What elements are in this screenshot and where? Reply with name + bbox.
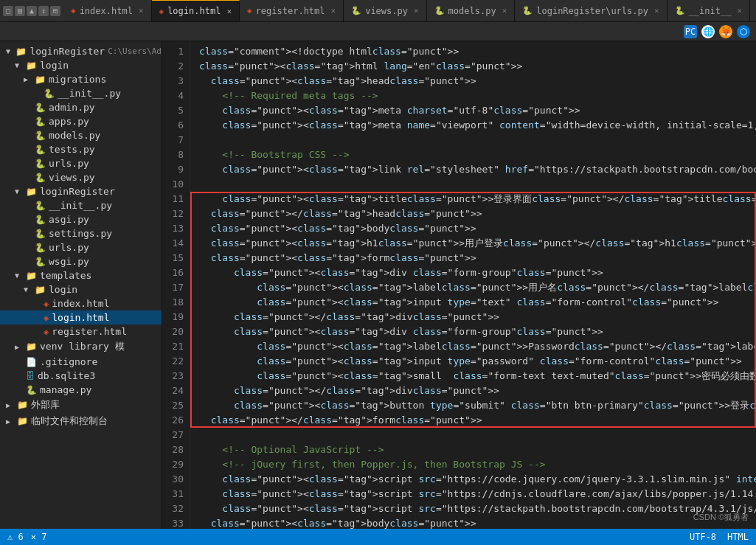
win-btn-4[interactable]: ↕: [38, 6, 49, 16]
file-icon-init-py: 🐍: [44, 88, 55, 99]
win-btn-5[interactable]: ⊞: [50, 6, 60, 16]
file-icon-urls2-py: 🐍: [35, 243, 46, 253]
sidebar-item-urls-py[interactable]: 🐍urls.py: [0, 156, 162, 170]
tab-close-views[interactable]: ×: [414, 6, 419, 15]
tab-icon-login: ◈: [159, 7, 164, 16]
tab-close-index[interactable]: ×: [139, 6, 144, 15]
line-num-23: 23: [162, 369, 184, 383]
root-folder-icon: 📁: [15, 46, 27, 57]
chrome-icon[interactable]: 🌐: [701, 25, 715, 38]
sidebar-item-urls2-py[interactable]: 🐍urls.py: [0, 240, 162, 254]
pc-icon[interactable]: PC: [684, 25, 697, 38]
sidebar-item-asgi-py[interactable]: 🐍asgi.py: [0, 212, 162, 226]
win-btn-2[interactable]: ▤: [15, 6, 25, 16]
sidebar-item-settings-py[interactable]: 🐍settings.py: [0, 226, 162, 240]
sidebar-label-init2-py: __init__.py: [49, 200, 112, 211]
sidebar-item-db-sqlite[interactable]: 🗄db.sqlite3: [0, 369, 162, 383]
sidebar-item-views-py[interactable]: 🐍views.py: [0, 170, 162, 184]
sidebar-item-venv-folder[interactable]: ▶📁venv library 模: [0, 339, 162, 355]
code-line-17: class="punct"><class="tag">labelclass="p…: [190, 280, 756, 295]
encoding-label: UTF-8: [690, 532, 716, 542]
sidebar-label-templates-folder: templates: [40, 270, 91, 281]
sidebar-label-gitignore: .gitignore: [40, 356, 97, 367]
sidebar-item-gitignore[interactable]: 📄.gitignore: [0, 355, 162, 369]
sidebar-item-linshi[interactable]: ▶📁临时文件和控制台: [0, 413, 162, 429]
line-num-6: 6: [162, 118, 184, 133]
sidebar-item-migrations-folder[interactable]: ▶📁migrations: [0, 72, 162, 86]
sidebar-item-register-html[interactable]: ◈register.html: [0, 324, 162, 339]
sidebar-item-admin-py[interactable]: 🐍admin.py: [0, 100, 162, 114]
sidebar-item-loginRegister-folder[interactable]: ▼📁loginRegister: [0, 184, 162, 198]
line-num-5: 5: [162, 103, 184, 118]
root-arrow: ▼: [6, 47, 13, 55]
sidebar-label-login-html: login.html: [52, 312, 109, 323]
sidebar-item-waibujian[interactable]: ▶📁外部库: [0, 397, 162, 413]
code-line-32: class="punct"><class="tag">script src="h…: [190, 501, 756, 516]
code-line-3: class="punct"><class="tag">headclass="pu…: [190, 74, 756, 88]
window-controls: □ ▤ ▲ ↕ ⊞: [0, 6, 63, 16]
root-path: C:\Users\Ad: [108, 46, 162, 56]
code-line-20: class="punct"><class="tag">div class="fo…: [190, 324, 756, 339]
code-line-27: [190, 428, 756, 442]
tab-close-models[interactable]: ×: [502, 6, 507, 15]
tab-init[interactable]: 🐍__init__×: [667, 0, 750, 21]
toolbar-right: PC 🌐 🦊 ⬡: [684, 25, 750, 38]
sidebar-item-manage-py[interactable]: 🐍manage.py: [0, 383, 162, 397]
sidebar-label-index-html: index.html: [52, 298, 109, 309]
line-num-19: 19: [162, 310, 184, 324]
code-line-14: class="punct"><class="tag">h1class="punc…: [190, 236, 756, 251]
sidebar-root[interactable]: ▼ 📁 loginRegister C:\Users\Ad: [0, 44, 162, 58]
sidebar-item-init2-py[interactable]: 🐍__init__.py: [0, 198, 162, 212]
tab-label-loginurls: loginRegister\urls.py: [536, 6, 648, 16]
tab-login[interactable]: ◈login.html×: [152, 0, 240, 21]
tab-close-loginurls[interactable]: ×: [654, 6, 659, 15]
sidebar-label-login-folder: login: [40, 60, 69, 71]
line-num-4: 4: [162, 88, 184, 103]
tab-models[interactable]: 🐍models.py×: [427, 0, 516, 21]
line-num-16: 16: [162, 265, 184, 280]
sidebar-item-models-py[interactable]: 🐍models.py: [0, 128, 162, 142]
file-icon-init2-py: 🐍: [35, 201, 46, 211]
code-line-5: class="punct"><class="tag">meta charset=…: [190, 103, 756, 118]
tab-views[interactable]: 🐍views.py×: [344, 0, 426, 21]
line-num-22: 22: [162, 354, 184, 369]
sidebar-item-apps-py[interactable]: 🐍apps.py: [0, 114, 162, 128]
sidebar-item-login-html[interactable]: ◈login.html: [0, 310, 162, 324]
line-num-31: 31: [162, 487, 184, 501]
sidebar-item-templates-folder[interactable]: ▼📁templates: [0, 268, 162, 282]
sidebar-item-index-html[interactable]: ◈index.html: [0, 296, 162, 310]
sidebar-label-urls2-py: urls.py: [49, 242, 89, 253]
errors-badge[interactable]: ✕ 7: [31, 532, 47, 542]
win-btn-1[interactable]: □: [3, 6, 13, 16]
code-line-29: <!-- jQuery first, then Popper.js, then …: [190, 457, 756, 472]
sidebar-item-login-sub-folder[interactable]: ▼📁login: [0, 282, 162, 296]
arrow-waibujian: ▶: [6, 401, 15, 409]
sidebar-item-init-py[interactable]: 🐍__init__.py: [0, 86, 162, 100]
sidebar-item-wsgi-py[interactable]: 🐍wsgi.py: [0, 254, 162, 268]
firefox-icon[interactable]: 🦊: [719, 25, 732, 38]
sidebar-label-migrations-folder: migrations: [49, 74, 106, 85]
sidebar-item-tests-py[interactable]: 🐍tests.py: [0, 142, 162, 156]
sidebar-label-db-sqlite: db.sqlite3: [38, 370, 95, 381]
sidebar-label-linshi: 临时文件和控制台: [31, 414, 108, 428]
warnings-badge[interactable]: ⚠ 6: [7, 532, 24, 542]
file-icon-db-sqlite: 🗄: [26, 371, 35, 381]
sidebar-label-views-py: views.py: [49, 172, 95, 183]
tab-close-register[interactable]: ×: [331, 6, 336, 15]
file-icon-templates-folder: 📁: [26, 271, 37, 281]
tab-loginurls[interactable]: 🐍loginRegister\urls.py×: [515, 0, 667, 21]
win-btn-3[interactable]: ▲: [27, 6, 37, 16]
edge-icon[interactable]: ⬡: [737, 25, 750, 38]
code-line-13: class="punct"><class="tag">bodyclass="pu…: [190, 221, 756, 236]
tab-index[interactable]: ◈index.html×: [63, 0, 152, 21]
line-num-21: 21: [162, 339, 184, 354]
line-num-25: 25: [162, 398, 184, 413]
tab-close-login[interactable]: ×: [226, 7, 232, 16]
file-icon-register-html: ◈: [44, 327, 49, 337]
tab-register[interactable]: ◈register.html×: [240, 0, 344, 21]
sidebar-item-login-folder[interactable]: ▼📁login: [0, 58, 162, 72]
file-icon-manage-py: 🐍: [26, 385, 37, 395]
tab-close-init[interactable]: ×: [737, 6, 742, 15]
line-num-28: 28: [162, 442, 184, 457]
status-right: UTF-8 HTML: [690, 532, 749, 542]
